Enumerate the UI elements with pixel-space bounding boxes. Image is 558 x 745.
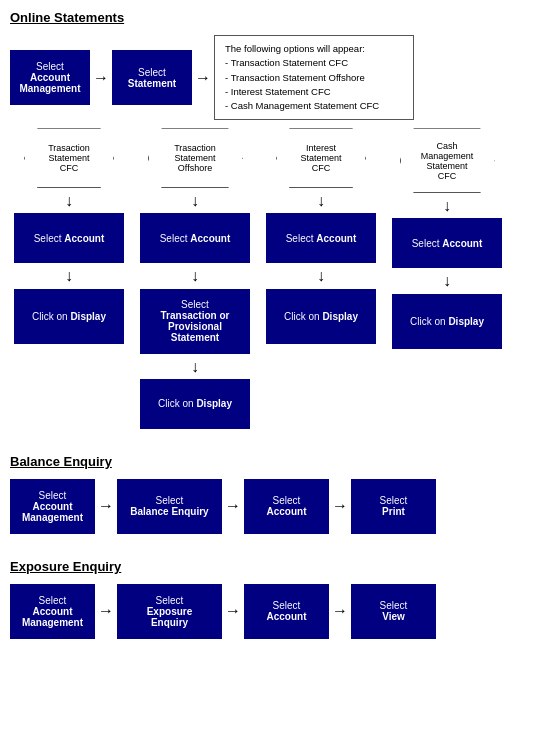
exposure-enquiry-section: Exposure Enquiry SelectAccountManagement… bbox=[10, 559, 548, 639]
col2-select-account: Select Account bbox=[140, 213, 250, 263]
online-step2-box: SelectStatement bbox=[112, 50, 192, 105]
arrow-down-col3b: ↓ bbox=[317, 266, 325, 285]
balance-step1-box: SelectAccountManagement bbox=[10, 479, 95, 534]
exposure-enquiry-title: Exposure Enquiry bbox=[10, 559, 548, 574]
arrow1: → bbox=[93, 70, 109, 86]
note-header: The following options will appear: bbox=[225, 43, 365, 54]
online-step1-label: SelectAccountManagement bbox=[19, 61, 80, 94]
exposure-arrow1: → bbox=[98, 603, 114, 619]
note-item2: - Transaction Statement Offshore bbox=[225, 72, 365, 83]
balance-enquiry-title: Balance Enquiry bbox=[10, 454, 548, 469]
col2-account-label: Select Account bbox=[160, 233, 231, 244]
col4-action-label: Click on Display bbox=[410, 316, 484, 327]
note-item1: - Transaction Statement CFC bbox=[225, 57, 348, 68]
exposure-step1-box: SelectAccountManagement bbox=[10, 584, 95, 639]
balance-step3-box: SelectAccount bbox=[244, 479, 329, 534]
hex-cash-management: CashManagementStatementCFC bbox=[400, 128, 495, 193]
online-step1-box: SelectAccountManagement bbox=[10, 50, 90, 105]
online-statements-title: Online Statements bbox=[10, 10, 548, 25]
arrow-down-col1b: ↓ bbox=[65, 266, 73, 285]
arrow-down-col4a: ↓ bbox=[443, 196, 451, 215]
arrow-down-col1a: ↓ bbox=[65, 191, 73, 210]
col1-account-label: Select Account bbox=[34, 233, 105, 244]
note-item4: - Cash Management Statement CFC bbox=[225, 100, 379, 111]
exposure-step1-label: SelectAccountManagement bbox=[22, 595, 83, 628]
balance-arrow2: → bbox=[225, 498, 241, 514]
exposure-step4-box: SelectView bbox=[351, 584, 436, 639]
col-transaction-offshore: TrasactionStatementOffshore ↓ Select Acc… bbox=[136, 128, 254, 429]
col2-action-label: SelectTransaction orProvisionalStatement bbox=[161, 299, 230, 343]
arrow-down-col3a: ↓ bbox=[317, 191, 325, 210]
col3-select-account: Select Account bbox=[266, 213, 376, 263]
hex-label2: TrasactionStatementOffshore bbox=[174, 143, 216, 173]
exposure-step4-label: SelectView bbox=[380, 600, 408, 622]
exposure-step3-box: SelectAccount bbox=[244, 584, 329, 639]
online-statements-section: Online Statements SelectAccountManagemen… bbox=[10, 10, 548, 429]
hex-interest-cfc: InterestStatementCFC bbox=[276, 128, 366, 188]
balance-flow-row: SelectAccountManagement → SelectBalance … bbox=[10, 479, 548, 534]
col-transaction-cfc: TrasactionStatementCFC ↓ Select Account … bbox=[10, 128, 128, 429]
hex-transaction-cfc: TrasactionStatementCFC bbox=[24, 128, 114, 188]
arrow-down-col2c: ↓ bbox=[191, 357, 199, 376]
col2-action-box: SelectTransaction orProvisionalStatement bbox=[140, 289, 250, 354]
col2-action2-box: Click on Display bbox=[140, 379, 250, 429]
online-columns: TrasactionStatementCFC ↓ Select Account … bbox=[10, 128, 548, 429]
hex-transaction-offshore: TrasactionStatementOffshore bbox=[148, 128, 243, 188]
balance-arrow1: → bbox=[98, 498, 114, 514]
balance-step3-label: SelectAccount bbox=[267, 495, 307, 517]
arrow-down-col2b: ↓ bbox=[191, 266, 199, 285]
col4-account-label: Select Account bbox=[412, 238, 483, 249]
col3-account-label: Select Account bbox=[286, 233, 357, 244]
balance-step4-label: SelectPrint bbox=[380, 495, 408, 517]
col1-select-account: Select Account bbox=[14, 213, 124, 263]
col-cash-management: CashManagementStatementCFC ↓ Select Acco… bbox=[388, 128, 506, 429]
balance-step2-box: SelectBalance Enquiry bbox=[117, 479, 222, 534]
col1-action-box: Click on Display bbox=[14, 289, 124, 344]
col2-action2-label: Click on Display bbox=[158, 398, 232, 409]
exposure-arrow2: → bbox=[225, 603, 241, 619]
exposure-step2-label: SelectExposureEnquiry bbox=[147, 595, 193, 628]
online-top-flow: SelectAccountManagement → SelectStatemen… bbox=[10, 35, 548, 120]
balance-arrow3: → bbox=[332, 498, 348, 514]
col4-action-box: Click on Display bbox=[392, 294, 502, 349]
arrow-down-col4b: ↓ bbox=[443, 271, 451, 290]
online-note-box: The following options will appear: - Tra… bbox=[214, 35, 414, 120]
col-interest-cfc: InterestStatementCFC ↓ Select Account ↓ … bbox=[262, 128, 380, 429]
arrow-down-col2a: ↓ bbox=[191, 191, 199, 210]
exposure-step3-label: SelectAccount bbox=[267, 600, 307, 622]
col1-action-label: Click on Display bbox=[32, 311, 106, 322]
col4-select-account: Select Account bbox=[392, 218, 502, 268]
arrow2: → bbox=[195, 70, 211, 86]
col3-action-box: Click on Display bbox=[266, 289, 376, 344]
balance-step4-box: SelectPrint bbox=[351, 479, 436, 534]
balance-enquiry-section: Balance Enquiry SelectAccountManagement … bbox=[10, 454, 548, 534]
exposure-flow-row: SelectAccountManagement → SelectExposure… bbox=[10, 584, 548, 639]
exposure-arrow3: → bbox=[332, 603, 348, 619]
col3-action-label: Click on Display bbox=[284, 311, 358, 322]
hex-label4: CashManagementStatementCFC bbox=[421, 141, 474, 181]
balance-step2-label: SelectBalance Enquiry bbox=[130, 495, 208, 517]
exposure-step2-box: SelectExposureEnquiry bbox=[117, 584, 222, 639]
hex-label3: InterestStatementCFC bbox=[300, 143, 341, 173]
note-item3: - Interest Statement CFC bbox=[225, 86, 331, 97]
online-step2-label: SelectStatement bbox=[128, 67, 176, 89]
balance-step1-label: SelectAccountManagement bbox=[22, 490, 83, 523]
hex-label1: TrasactionStatementCFC bbox=[48, 143, 90, 173]
